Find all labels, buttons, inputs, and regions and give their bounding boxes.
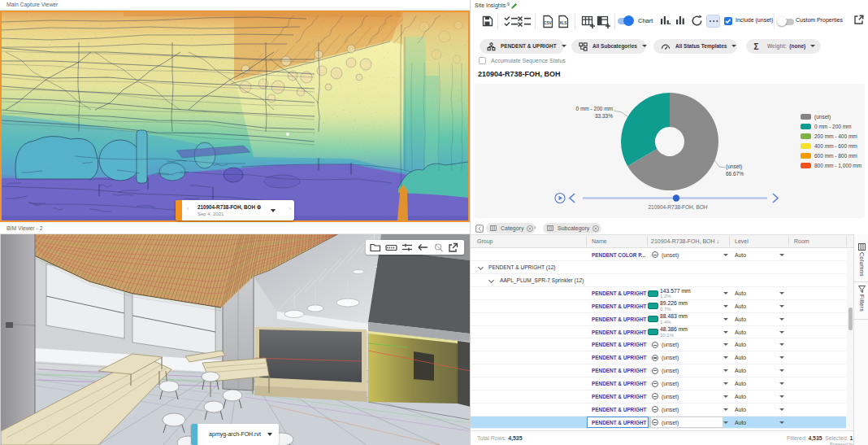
svg-text:Σ: Σ	[753, 42, 758, 51]
svg-text:CSV: CSV	[544, 21, 552, 25]
svg-text:XLS: XLS	[559, 21, 566, 25]
